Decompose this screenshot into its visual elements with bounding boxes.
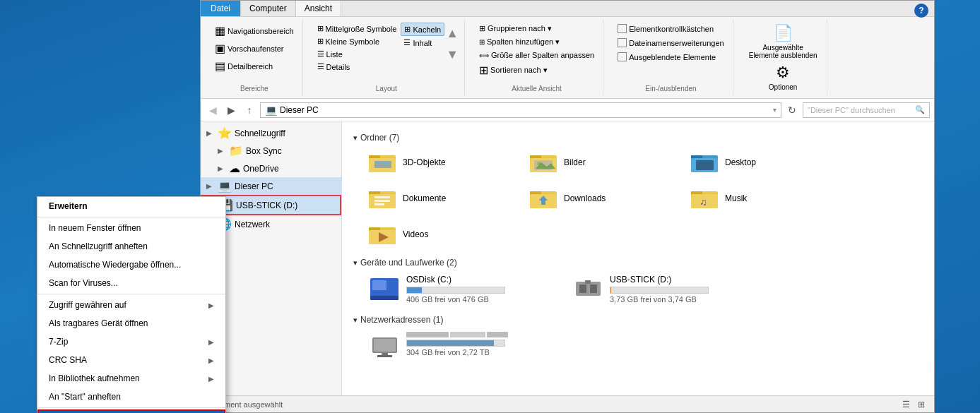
folder-item-videos[interactable]: Videos <box>365 219 520 249</box>
drive-name-osdisk: OSDisk (C:) <box>406 275 558 285</box>
context-item-pin-quick[interactable]: An Schnellzugriff anheften <box>37 237 225 256</box>
folder-icon-musik: ♫ <box>691 186 719 210</box>
view-grid-button[interactable]: ⊞ <box>914 398 928 411</box>
context-item-erweitern[interactable]: Erweitern <box>37 197 225 215</box>
progress-bar-usb <box>610 287 611 293</box>
search-bar[interactable]: "Dieser PC" durchsuchen 🔍 <box>803 102 930 118</box>
context-menu: Erweitern In neuem Fenster öffnen An Sch… <box>37 196 226 413</box>
nav-bar: ◀ ▶ ↑ 💻 Dieser PC ▾ ↻ "Dieser PC" durchs… <box>201 99 934 121</box>
add-columns-button[interactable]: ⊞ Spalten hinzufügen ▾ <box>476 36 562 48</box>
view-list-button[interactable]: ☰ <box>899 398 913 411</box>
drive-space-network: 304 GB frei von 2,72 TB <box>406 348 558 357</box>
expand-icon: ▶ <box>206 129 215 137</box>
tab-ansicht[interactable]: Ansicht <box>296 1 341 16</box>
context-item-7zip[interactable]: 7-Zip ▶ <box>37 333 225 351</box>
svg-rect-38 <box>585 280 591 284</box>
folder-name-downloads: Downloads <box>564 193 606 203</box>
progress-container-usb <box>610 287 709 294</box>
back-button[interactable]: ◀ <box>205 102 220 118</box>
svg-rect-42 <box>377 355 392 357</box>
folder-item-dokumente[interactable]: Dokumente <box>365 183 520 213</box>
folder-name-dokumente: Dokumente <box>403 193 446 203</box>
context-item-pin-start[interactable]: An "Start" anheften <box>37 388 225 406</box>
svg-rect-36 <box>579 285 586 293</box>
context-item-formatieren[interactable]: Formatieren... <box>37 409 225 413</box>
ribbon-group-einausblenden: Elementkontrollkästchen Dateinamenserwei… <box>609 20 733 95</box>
options-button[interactable]: ⚙ Optionen <box>764 62 802 92</box>
section-header-network: Netzwerkadressen (1) <box>353 315 923 325</box>
tiles-button[interactable]: ⊞ Kacheln <box>401 23 444 36</box>
folder-item-3d[interactable]: 3D-Objekte <box>365 147 520 177</box>
checkbox-elementkontroll[interactable]: Elementkontrollkästchen <box>615 23 727 35</box>
search-icon: 🔍 <box>915 105 925 114</box>
context-item-autoplay[interactable]: Automatische Wiedergabe öffnen... <box>37 256 225 274</box>
drive-name-usb: USB-STICK (D:) <box>610 275 762 285</box>
sidebar-item-boxsync[interactable]: ▶ 📁 Box Sync <box>201 142 341 160</box>
address-bar[interactable]: 💻 Dieser PC ▾ <box>260 102 781 118</box>
drive-item-network[interactable]: 304 GB frei von 2,72 TB <box>365 329 562 363</box>
details-button[interactable]: ☰ Details <box>314 61 400 73</box>
progress-bar-network <box>407 340 494 346</box>
drive-item-usb[interactable]: USB-STICK (D:) 3,73 GB frei von 3,74 GB <box>568 272 766 306</box>
tab-datei[interactable]: Datei <box>201 1 241 16</box>
folder-item-downloads[interactable]: Downloads <box>526 183 681 213</box>
svg-text:♫: ♫ <box>699 196 707 208</box>
refresh-button[interactable]: ↻ <box>784 102 800 118</box>
small-icons-button[interactable]: ⊞ Kleine Symbole <box>314 35 400 47</box>
group-label-bereiche: Bereiche <box>212 82 297 92</box>
address-text: Dieser PC <box>280 105 319 115</box>
checkbox-icon-2 <box>618 38 627 47</box>
svg-rect-17 <box>374 196 390 198</box>
star-icon: ⭐ <box>218 126 232 140</box>
svg-rect-34 <box>370 296 399 300</box>
help-button[interactable]: ? <box>914 4 928 18</box>
up-button[interactable]: ↑ <box>242 102 257 118</box>
expand-icon-3: ▶ <box>218 164 226 172</box>
content-button[interactable]: ☰ Inhalt <box>401 37 444 49</box>
checkbox-ausgeblendet[interactable]: Ausgeblendete Elemente <box>615 51 727 63</box>
sort-by-button[interactable]: ⊞ Sortieren nach ▾ <box>476 62 550 78</box>
medium-icons-button[interactable]: ⊞ Mittelgroße Symbole <box>314 23 400 35</box>
context-item-crcsha[interactable]: CRC SHA ▶ <box>37 351 225 369</box>
folder-item-bilder[interactable]: Bilder <box>526 147 681 177</box>
folder-item-musik[interactable]: ♫ Musik <box>687 183 842 213</box>
svg-rect-13 <box>696 160 714 170</box>
hide-selected-button[interactable]: 📄 AusgewählteElemente ausblenden <box>745 23 822 61</box>
drive-info-usb: USB-STICK (D:) 3,73 GB frei von 3,74 GB <box>610 275 762 304</box>
content-area: Ordner (7) 3D-Objekte <box>342 121 934 395</box>
group-label-layout: Layout <box>314 82 459 92</box>
sidebar-label-dieser-pc: Dieser PC <box>235 181 273 191</box>
drives-grid: OSDisk (C:) 406 GB frei von 476 GB <box>365 272 923 306</box>
context-item-portable[interactable]: Als tragbares Gerät öffnen <box>37 314 225 333</box>
svg-rect-18 <box>374 200 390 202</box>
nav-pane-button[interactable]: ▦ Navigationsbereich <box>212 23 297 39</box>
sidebar-item-schnellzugriff[interactable]: ▶ ⭐ Schnellzugriff <box>201 124 341 142</box>
separator-2 <box>37 294 225 294</box>
detail-pane-button[interactable]: ▤ Detailbereich <box>212 58 276 74</box>
ribbon-tabs: Datei Computer Ansicht ? <box>201 1 934 17</box>
resize-columns-button[interactable]: ⟺ Größe aller Spalten anpassen <box>476 49 597 61</box>
drive-item-osdisk[interactable]: OSDisk (C:) 406 GB frei von 476 GB <box>365 272 562 306</box>
sidebar-item-dieser-pc[interactable]: ▶ 💻 Dieser PC <box>201 177 341 195</box>
folder-name-musik: Musik <box>725 193 747 203</box>
context-item-new-window[interactable]: In neuem Fenster öffnen <box>37 219 225 237</box>
checkbox-dateinamen[interactable]: Dateinamenserweiterungen <box>615 37 727 49</box>
list-button[interactable]: ☰ Liste <box>314 48 400 60</box>
sidebar-item-onedrive[interactable]: ▶ ☁ OneDrive <box>201 160 341 177</box>
sidebar-label-onedrive: OneDrive <box>243 164 279 174</box>
context-item-scan[interactable]: Scan for Viruses... <box>37 274 225 292</box>
expand-icon-4: ▶ <box>206 182 215 190</box>
svg-rect-19 <box>374 203 384 205</box>
group-label-ansicht: Aktuelle Ansicht <box>476 82 597 92</box>
group-label-einausblenden: Ein-/ausblenden <box>615 82 727 92</box>
checkbox-icon-3 <box>618 52 627 61</box>
group-by-button[interactable]: ⊞ Gruppieren nach ▾ <box>476 23 555 35</box>
forward-button[interactable]: ▶ <box>223 102 239 118</box>
preview-pane-button[interactable]: ▣ Vorschaufenster <box>212 40 287 56</box>
ribbon-group-ansicht: ⊞ Gruppieren nach ▾ ⊞ Spalten hinzufügen… <box>471 20 603 95</box>
context-item-library[interactable]: In Bibliothek aufnehmen ▶ <box>37 369 225 388</box>
folder-item-desktop[interactable]: Desktop <box>687 147 842 177</box>
progress-bar-osdisk <box>407 287 422 293</box>
context-item-access[interactable]: Zugriff gewähren auf ▶ <box>37 296 225 314</box>
tab-computer[interactable]: Computer <box>241 1 296 16</box>
